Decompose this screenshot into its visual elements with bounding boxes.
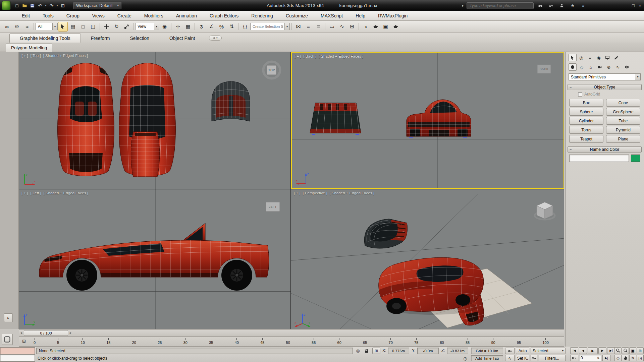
button-torus[interactable]: Torus bbox=[569, 126, 603, 134]
tab-hierarchy[interactable]: ≡ bbox=[586, 54, 594, 61]
viewcube[interactable]: TOP bbox=[261, 59, 282, 81]
schematic-view-icon[interactable]: ⊞ bbox=[347, 22, 357, 32]
project-folder-button[interactable]: ⊞ bbox=[59, 2, 67, 10]
category-shapes[interactable]: ◇ bbox=[578, 63, 586, 71]
search-input[interactable] bbox=[467, 2, 534, 9]
maximize-button[interactable]: □ bbox=[630, 2, 636, 9]
subscription-button[interactable] bbox=[547, 2, 555, 10]
category-lights[interactable]: ☼ bbox=[587, 63, 595, 71]
object-name-input[interactable] bbox=[569, 155, 629, 162]
viewport-menu-shading[interactable]: [ Shaded + Edged Faces ] bbox=[43, 191, 88, 195]
mirror-icon[interactable]: ⋈ bbox=[293, 22, 303, 32]
viewport-menu-general[interactable]: [ + ] bbox=[294, 191, 301, 195]
isolate-selection-icon[interactable]: ◎ bbox=[354, 348, 362, 354]
button-teapot[interactable]: Teapot bbox=[569, 135, 603, 143]
selection-filter-dropdown[interactable]: All▾ bbox=[36, 23, 58, 30]
rectangular-selection-region-icon[interactable]: □ bbox=[78, 22, 88, 32]
time-slider-next-button[interactable]: > bbox=[68, 330, 73, 336]
category-space-warps[interactable]: ∿ bbox=[614, 63, 622, 71]
tab-polygon-modeling[interactable]: Polygon Modeling bbox=[6, 44, 52, 52]
toolbar-overflow-button[interactable]: » bbox=[579, 2, 587, 10]
spinner-icon[interactable]: ⇅ bbox=[597, 356, 599, 360]
go-to-end-button[interactable]: ▶| bbox=[607, 347, 615, 354]
rendered-frame-window-icon[interactable]: ▣ bbox=[381, 22, 390, 32]
track-bar[interactable]: ⊞ 0 5 10 15 20 25 30 35 40 45 50 55 60 6… bbox=[19, 337, 564, 347]
set-key-button[interactable]: Set K. bbox=[516, 355, 529, 361]
category-cameras[interactable] bbox=[596, 63, 604, 71]
select-and-link-icon[interactable]: ∞ bbox=[2, 22, 12, 32]
communication-center-button[interactable] bbox=[558, 2, 566, 10]
key-filters-button[interactable]: Filters... bbox=[539, 355, 566, 361]
named-selection-set-dropdown[interactable]: Create Selection S▾ bbox=[250, 23, 290, 30]
menu-views[interactable]: Views bbox=[86, 11, 111, 20]
button-pyramid[interactable]: Pyramid bbox=[606, 126, 640, 134]
mini-track-bar-icon[interactable]: ⊞ bbox=[22, 339, 26, 344]
key-mode-toggle-button[interactable] bbox=[570, 355, 578, 361]
time-slider-prev-button[interactable]: < bbox=[19, 330, 24, 336]
select-object-button[interactable] bbox=[58, 22, 68, 32]
tab-motion[interactable]: ◉ bbox=[595, 54, 603, 61]
render-setup-button[interactable] bbox=[371, 22, 380, 32]
go-to-start-button[interactable]: |◀ bbox=[570, 347, 578, 354]
previous-frame-button[interactable]: ◀ bbox=[579, 347, 587, 354]
curve-editor-icon[interactable]: ∿ bbox=[337, 22, 347, 32]
button-box[interactable]: Box bbox=[569, 99, 603, 107]
viewport-menu-pov[interactable]: [ Back ] bbox=[304, 54, 316, 58]
search-button[interactable] bbox=[536, 2, 544, 10]
undo-dropdown[interactable]: ▾ bbox=[44, 2, 48, 10]
time-slider-handle[interactable]: 0 / 100 bbox=[24, 330, 68, 336]
pane-expand-button[interactable]: ▸ bbox=[4, 313, 13, 322]
button-plane[interactable]: Plane bbox=[606, 135, 640, 143]
pan-button[interactable] bbox=[622, 355, 629, 361]
tab-modify[interactable]: ◎ bbox=[577, 54, 585, 61]
current-frame-field[interactable]: 0⇅ bbox=[579, 355, 601, 361]
bind-to-spacewarp-icon[interactable]: ≈ bbox=[22, 22, 32, 32]
viewport-top[interactable]: [ + ] [ Top ] [ Shaded + Edged Faces ] T… bbox=[19, 52, 290, 189]
viewport-perspective[interactable]: [ + ] [ Perspective ] [ Shaded + Edged F… bbox=[291, 189, 564, 329]
menu-tools[interactable]: Tools bbox=[36, 11, 60, 20]
favorites-button[interactable]: ★ bbox=[569, 2, 577, 10]
use-pivot-center-icon[interactable]: ◉ bbox=[160, 22, 169, 32]
menu-create[interactable]: Create bbox=[111, 11, 138, 20]
redo-dropdown[interactable]: ▾ bbox=[55, 2, 59, 10]
set-key-big-button[interactable] bbox=[505, 348, 515, 354]
viewport-menu-shading[interactable]: [ Shaded + Edged Faces ] bbox=[43, 54, 88, 58]
redo-button[interactable]: ↷ bbox=[48, 2, 55, 10]
unlink-selection-icon[interactable]: ⊘ bbox=[12, 22, 22, 32]
select-and-scale-button[interactable] bbox=[122, 22, 131, 32]
app-logo-icon[interactable] bbox=[2, 1, 11, 10]
window-crossing-icon[interactable]: ◳ bbox=[88, 22, 98, 32]
zoom-region-button[interactable]: ◇ bbox=[614, 355, 622, 361]
tab-graphite-modeling-tools[interactable]: Graphite Modeling Tools bbox=[9, 34, 81, 43]
tab-display[interactable] bbox=[603, 54, 611, 61]
viewport-menu-pov[interactable]: [ Left ] bbox=[31, 191, 41, 195]
infocenter-arrow-icon[interactable]: ▸ bbox=[462, 4, 464, 7]
next-frame-button[interactable]: ▶ bbox=[598, 347, 606, 354]
add-time-tag-field[interactable]: Add Time Tag bbox=[471, 355, 503, 361]
menu-rendering[interactable]: Rendering bbox=[245, 11, 279, 20]
primitives-category-dropdown[interactable]: Standard Primitives ▾ bbox=[569, 73, 641, 80]
menu-edit[interactable]: Edit bbox=[15, 11, 36, 20]
close-button[interactable]: × bbox=[637, 2, 643, 9]
menu-help[interactable]: Help bbox=[349, 11, 372, 20]
save-file-button[interactable] bbox=[29, 2, 36, 10]
button-sphere[interactable]: Sphere bbox=[569, 108, 603, 116]
y-coordinate-field[interactable]: -0.0m bbox=[417, 348, 439, 354]
autogrid-checkbox[interactable] bbox=[578, 92, 582, 97]
tab-selection[interactable]: Selection bbox=[120, 34, 160, 43]
menu-rwmaxplugin[interactable]: RWMaxPlugin bbox=[372, 11, 414, 20]
zoom-extents-button[interactable]: ▣ bbox=[629, 347, 636, 354]
render-production-button[interactable] bbox=[391, 22, 400, 32]
select-and-move-button[interactable] bbox=[102, 22, 111, 32]
menu-animation[interactable]: Animation bbox=[170, 11, 203, 20]
graphite-ribbon-toggle-icon[interactable]: ▭ bbox=[327, 22, 337, 32]
keyboard-shortcut-override-icon[interactable]: ▦ bbox=[183, 22, 193, 32]
auto-key-button[interactable]: Auto bbox=[516, 348, 529, 354]
edit-named-selection-sets-icon[interactable]: { } bbox=[240, 22, 250, 32]
select-by-name-icon[interactable]: ▤ bbox=[68, 22, 78, 32]
align-icon[interactable]: ≡ bbox=[304, 22, 313, 32]
button-cone[interactable]: Cone bbox=[606, 99, 640, 107]
viewport-menu-pov[interactable]: [ Top ] bbox=[31, 54, 41, 58]
tab-utilities[interactable] bbox=[612, 54, 620, 61]
menu-graph-editors[interactable]: Graph Editors bbox=[203, 11, 245, 20]
